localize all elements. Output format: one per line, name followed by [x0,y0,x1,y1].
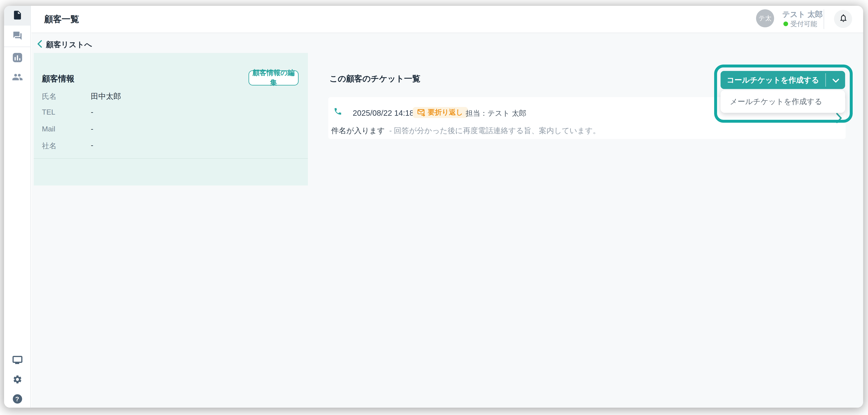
ticket-subject-detail: - 回答が分かった後に再度電話連絡する旨、案内しています。 [390,126,600,135]
sidebar-item-settings[interactable] [12,375,22,387]
sidebar-item-analytics[interactable] [12,53,22,62]
sidebar-item-chat[interactable] [12,31,22,43]
chevron-left-icon [37,39,42,50]
field-value-tel: - [91,108,93,116]
field-value-mail: - [91,125,93,133]
customer-info-title: 顧客情報 [42,74,74,84]
bell-icon [838,13,848,25]
field-value-company: - [91,141,93,149]
sidebar: ? [4,6,31,408]
create-call-ticket-label[interactable]: コールチケットを作成する [720,71,825,89]
avatar[interactable]: テ太 [756,9,774,27]
tickets-heading: この顧客のチケット一覧 [330,74,421,84]
callback-badge: 要折り返し [413,107,468,118]
create-call-ticket-button[interactable]: コールチケットを作成する [720,71,845,89]
notification-button[interactable] [834,10,852,28]
ticket-subject-title: 件名が入ります [331,126,385,135]
field-label-name: 氏名 [42,92,57,102]
field-value-name: 田中太郎 [91,91,121,102]
callback-badge-label: 要折り返し [428,108,463,117]
user-name: テスト 太郎 [782,9,823,20]
edit-customer-button[interactable]: 顧客情報の編集 [249,70,299,85]
sidebar-item-help[interactable]: ? [12,394,22,404]
sidebar-item-customers[interactable] [12,10,23,23]
people-icon [12,72,23,85]
customer-info-panel: 顧客情報 顧客情報の編集 氏名 田中太郎 TEL - Mail - 社名 - [34,53,308,185]
create-mail-ticket-item[interactable]: メールチケットを作成する [730,97,822,107]
chevron-right-icon[interactable] [836,113,842,126]
app-window: ? 顧客一覧 テ太 テスト 太郎 受付可能 顧客リストへ [4,6,863,408]
topbar-divider [824,9,824,29]
panel-divider [34,158,308,159]
bar-chart-icon [12,53,22,62]
status-label: 受付可能 [790,20,817,29]
dropdown-toggle[interactable] [826,71,845,89]
phone-icon [334,107,342,118]
field-label-tel: TEL [42,108,55,116]
field-label-mail: Mail [42,125,55,133]
create-ticket-dropdown-menu: メールチケットを作成する [720,90,845,113]
breadcrumb-label: 顧客リストへ [46,39,92,50]
help-icon: ? [12,394,22,404]
page-title: 顧客一覧 [44,14,79,25]
chevron-down-icon [832,75,839,85]
settings-gear-icon [12,375,22,387]
status-dot [783,22,788,26]
document-icon [12,10,23,23]
chat-icon [12,31,22,43]
topbar: 顧客一覧 テ太 テスト 太郎 受付可能 [31,6,863,33]
sidebar-item-contacts[interactable] [12,72,23,85]
ticket-assignee: 担当：テスト 太郎 [466,109,526,118]
field-label-company: 社名 [42,141,57,151]
ticket-datetime: 2025/08/22 14:18 [353,109,414,117]
ticket-subject: 件名が入ります - 回答が分かった後に再度電話連絡する旨、案内しています。 [331,126,600,136]
sidebar-group-divider [4,46,30,47]
sidebar-item-workspace[interactable] [12,356,22,363]
breadcrumb-back-link[interactable]: 顧客リストへ [37,39,92,50]
monitor-icon [12,356,22,363]
mail-forward-icon [417,109,426,116]
